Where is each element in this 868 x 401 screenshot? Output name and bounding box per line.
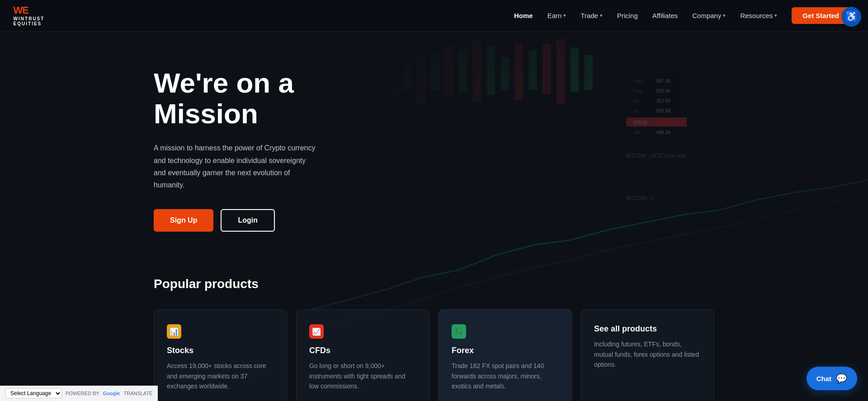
logo[interactable]: WE WINTRUST EQUITIES <box>18 5 40 27</box>
nav-pricing-label: Pricing <box>617 12 638 19</box>
forex-name: Forex <box>452 346 559 355</box>
hero-title: We're on aMission <box>154 68 316 129</box>
resources-chevron-icon: ▾ <box>774 13 777 19</box>
company-chevron-icon: ▾ <box>723 13 726 19</box>
product-card-stocks[interactable]: 📊 Stocks Access 19,000+ stocks across co… <box>154 309 287 401</box>
translate-bar: Select Language English Spanish French P… <box>0 386 158 401</box>
see-all-products-title: See all products <box>594 324 701 334</box>
cfds-icon: 📈 <box>309 324 324 339</box>
language-select[interactable]: Select Language English Spanish French <box>5 388 62 398</box>
nav-pricing[interactable]: Pricing <box>617 12 638 19</box>
nav-affiliates-label: Affiliates <box>652 12 678 19</box>
forex-description: Trade 182 FX spot pairs and 140 forwards… <box>452 361 559 391</box>
earn-chevron-icon: ▾ <box>563 13 566 19</box>
logo-icon: WE WINTRUST EQUITIES <box>18 5 40 27</box>
forex-icon: 💱 <box>452 324 466 339</box>
cfds-description: Go long or short on 9,000+ instruments w… <box>309 361 416 391</box>
cfds-name: CFDs <box>309 346 416 355</box>
chat-button[interactable]: Chat 💬 <box>807 367 857 390</box>
signup-button[interactable]: Sign Up <box>154 209 213 232</box>
nav-resources-label: Resources <box>740 12 773 19</box>
chat-label: Chat <box>816 375 831 382</box>
nav-company-label: Company <box>692 12 721 19</box>
hero-content: We're on aMission A mission to harness t… <box>0 32 316 250</box>
accessibility-icon: ♿ <box>845 11 858 23</box>
translate-text: TRANSLATE <box>123 391 152 396</box>
hero-section: Area 497.98 Prev 582.90 Lo 352.60 La 502… <box>0 0 868 401</box>
nav-earn-label: Earn <box>547 12 562 19</box>
nav-company[interactable]: Company ▾ <box>692 12 726 19</box>
accessibility-button[interactable]: ♿ <box>841 7 861 27</box>
nav-home[interactable]: Home <box>514 12 533 19</box>
google-logo: Google <box>103 391 120 396</box>
login-button[interactable]: Login <box>221 209 275 232</box>
see-all-products-description: Including futures, ETFs, bonds, mutual f… <box>594 339 701 369</box>
nav-trade-label: Trade <box>580 12 598 19</box>
stocks-name: Stocks <box>167 346 274 355</box>
nav-resources[interactable]: Resources ▾ <box>740 12 777 19</box>
hero-description: A mission to harness the power of Crypto… <box>154 142 316 191</box>
product-card-cfds[interactable]: 📈 CFDs Go long or short on 9,000+ instru… <box>296 309 429 401</box>
products-section-title: Popular products <box>154 277 714 291</box>
products-section: Popular products 📊 Stocks Access 19,000+… <box>0 250 868 401</box>
product-card-forex[interactable]: 💱 Forex Trade 182 FX spot pairs and 140 … <box>439 309 572 401</box>
logo-subtext: WINTRUST EQUITIES <box>14 16 45 26</box>
nav-trade[interactable]: Trade ▾ <box>580 12 603 19</box>
stocks-description: Access 19,000+ stocks across core and em… <box>167 361 274 391</box>
products-grid: 📊 Stocks Access 19,000+ stocks across co… <box>154 309 714 401</box>
logo-we-text: WE <box>14 5 28 15</box>
stocks-icon: 📊 <box>167 324 181 339</box>
product-card-see-all[interactable]: See all products Including futures, ETFs… <box>581 309 714 401</box>
nav-earn[interactable]: Earn ▾ <box>547 12 566 19</box>
chat-icon: 💬 <box>836 373 847 384</box>
nav-affiliates[interactable]: Affiliates <box>652 12 678 19</box>
nav-links: Home Earn ▾ Trade ▾ Pricing Affiliates C… <box>514 7 850 24</box>
powered-by-text: POWERED BY <box>66 391 99 396</box>
hero-buttons: Sign Up Login <box>154 209 316 232</box>
navbar: WE WINTRUST EQUITIES Home Earn ▾ Trade ▾… <box>0 0 868 32</box>
trade-chevron-icon: ▾ <box>600 13 603 19</box>
